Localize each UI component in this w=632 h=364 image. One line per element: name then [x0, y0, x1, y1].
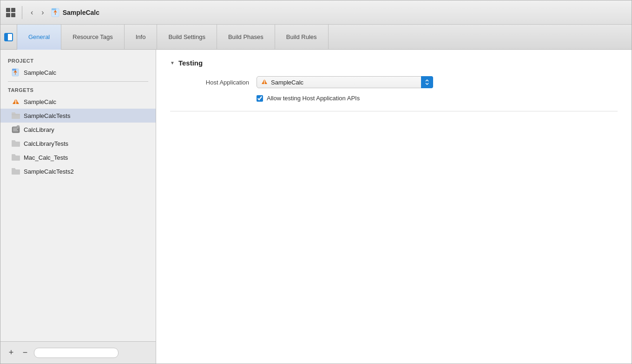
- allow-testing-row: Allow testing Host Application APIs: [257, 95, 618, 102]
- dropdown-app-icon: [261, 78, 268, 86]
- sidebar-toggle-button[interactable]: [0, 25, 17, 50]
- folder-icon-svg: [12, 112, 20, 119]
- sidebar-item-samplecalctests[interactable]: SampleCalcTests: [0, 109, 156, 123]
- sidebar-item-calclibrarytest[interactable]: CalcLibraryTests: [0, 136, 156, 150]
- host-application-dropdown-container: SampleCalc: [257, 76, 433, 88]
- folder-icon-2-svg: [12, 140, 20, 147]
- tabbar: General Resource Tags Info Build Setting…: [0, 25, 632, 50]
- test-target-icon-4: [12, 167, 20, 176]
- sidebar-separator-1: [8, 81, 148, 82]
- svg-rect-16: [13, 130, 18, 131]
- test-target-icon-2: [12, 139, 20, 148]
- filter-wrapper: ⚲: [34, 348, 150, 358]
- testing-section-title: Testing: [178, 59, 203, 67]
- samplecalctests2-label: SampleCalcTests2: [24, 168, 74, 175]
- content-area: ▼ Testing Host Application SampleCalc: [156, 50, 632, 364]
- sidebar: PROJECT SampleCalc TA: [0, 50, 156, 364]
- mac-calc-tests-label: Mac_Calc_Tests: [24, 154, 68, 161]
- project-item-label: SampleCalc: [24, 69, 56, 76]
- tab-info[interactable]: Info: [125, 25, 158, 50]
- calclibrary-label: CalcLibrary: [24, 126, 54, 133]
- sidebar-content: PROJECT SampleCalc TA: [0, 50, 156, 341]
- titlebar: ‹ › SampleCalc: [0, 0, 632, 25]
- sidebar-item-mac-calc-tests[interactable]: Mac_Calc_Tests: [0, 150, 156, 164]
- svg-rect-14: [13, 128, 19, 129]
- sidebar-item-project[interactable]: SampleCalc: [0, 65, 156, 79]
- back-button[interactable]: ‹: [29, 8, 35, 17]
- tab-build-phases[interactable]: Build Phases: [217, 25, 275, 50]
- folder-icon-4-svg: [12, 168, 20, 175]
- main-area: PROJECT SampleCalc TA: [0, 50, 632, 364]
- testing-section-header: ▼ Testing: [170, 59, 618, 67]
- svg-rect-15: [13, 129, 17, 130]
- host-application-row: Host Application SampleCalc: [189, 76, 618, 88]
- svg-point-17: [17, 125, 20, 128]
- calclibrarytest-label: CalcLibraryTests: [24, 140, 68, 147]
- svg-rect-1: [52, 8, 56, 10]
- folder-icon-3-svg: [12, 154, 20, 161]
- app-target-icon: [12, 98, 20, 106]
- app-icon-svg: [12, 98, 20, 106]
- dropdown-value: SampleCalc: [271, 79, 303, 86]
- tab-resource-tags[interactable]: Resource Tags: [61, 25, 124, 50]
- tab-build-rules[interactable]: Build Rules: [275, 25, 329, 50]
- content-divider: [170, 111, 618, 111]
- project-title-area: SampleCalc: [51, 8, 99, 17]
- filter-input[interactable]: [34, 348, 118, 358]
- sidebar-toggle-icon: [4, 33, 13, 41]
- tab-build-settings[interactable]: Build Settings: [157, 25, 217, 50]
- window: ‹ › SampleCalc General Resource Tags Inf…: [0, 0, 632, 364]
- allow-testing-checkbox[interactable]: [257, 95, 263, 102]
- remove-target-button[interactable]: −: [20, 348, 30, 358]
- forward-button[interactable]: ›: [40, 8, 46, 17]
- sidebar-item-samplecalc[interactable]: SampleCalc: [0, 95, 156, 109]
- grid-view-icon[interactable]: [6, 8, 15, 17]
- add-target-button[interactable]: +: [6, 348, 16, 358]
- sidebar-item-samplecalctests2[interactable]: SampleCalcTests2: [0, 164, 156, 178]
- project-section-label: PROJECT: [0, 54, 156, 65]
- project-icon: [12, 68, 20, 77]
- collapse-triangle-icon[interactable]: ▼: [170, 60, 175, 65]
- titlebar-title: SampleCalc: [63, 9, 99, 16]
- sidebar-footer: + − ⚲: [0, 341, 156, 364]
- host-application-label: Host Application: [189, 79, 249, 86]
- allow-testing-label: Allow testing Host Application APIs: [267, 95, 360, 102]
- project-file-icon: [51, 8, 60, 17]
- test-target-icon-3: [12, 153, 20, 162]
- svg-rect-6: [12, 69, 16, 71]
- targets-section-label: TARGETS: [0, 84, 156, 95]
- samplecalc-label: SampleCalc: [24, 98, 56, 105]
- sidebar-item-calclibrary[interactable]: CalcLibrary: [0, 123, 156, 136]
- host-application-dropdown[interactable]: SampleCalc: [257, 76, 433, 88]
- library-icon-svg: [12, 125, 20, 134]
- tab-general[interactable]: General: [17, 25, 61, 50]
- titlebar-divider: [22, 6, 22, 19]
- project-file-svg: [12, 68, 20, 77]
- samplecalctests-label: SampleCalcTests: [24, 112, 70, 119]
- test-target-icon-1: [12, 111, 20, 120]
- library-target-icon: [12, 125, 20, 134]
